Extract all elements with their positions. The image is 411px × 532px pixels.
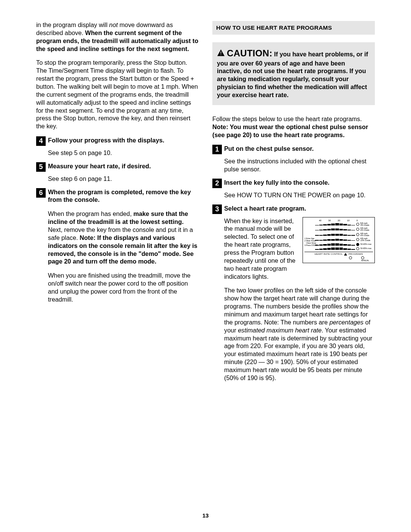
hr-step-2-marker: 2 (212, 179, 222, 188)
step-5-text: See step 6 on page 11. (48, 175, 199, 183)
step-6-marker: 6 (36, 188, 46, 198)
console-diagram: 40 30 20 10 0 5.5 mph3% Grade 4.5 mph6% … (303, 217, 375, 263)
step-4-marker: 4 (36, 136, 46, 146)
svg-rect-1 (221, 54, 221, 55)
step-4-text: See step 5 on page 10. (48, 149, 199, 157)
svg-rect-0 (221, 51, 221, 54)
left-column: in the program display will not move dow… (36, 21, 199, 391)
left-intro-1: in the program display will not move dow… (36, 21, 199, 53)
step-5: 5 Measure your heart rate, if desired. S… (36, 162, 199, 183)
step-5-marker: 5 (36, 162, 46, 172)
hr-step-1: 1 Put on the chest pulse sensor. See the… (212, 145, 375, 173)
diagram-left-notes: 1 Enter Age2 Wear Pulse Chest Strap3 Pre… (304, 237, 317, 246)
hr-step-1-text: See the instructions included with the o… (224, 157, 375, 173)
step-4: 4 Follow your progress with the displays… (36, 136, 199, 157)
section-header: HOW TO USE HEART RATE PROGRAMS (212, 21, 375, 35)
caution-box: CAUTION: If you have heart problems, or … (212, 42, 375, 105)
right-column: HOW TO USE HEART RATE PROGRAMS CAUTION: … (212, 21, 375, 391)
page-number: 13 (0, 512, 411, 519)
step-6-heading: When the program is completed, remove th… (48, 188, 199, 204)
step-6-p2: When you are finished using the treadmil… (48, 272, 199, 303)
left-intro-2: To stop the program temporarily, press t… (36, 59, 199, 130)
warning-icon (217, 48, 225, 56)
hr-step-3-marker: 3 (212, 204, 222, 214)
hr-step-3-heading: Select a heart rate program. (224, 204, 375, 212)
hr-step-2: 2 Insert the key fully into the console.… (212, 179, 375, 199)
warning-triangle-icon (344, 253, 347, 256)
hr-step-2-text: See HOW TO TURN ON THE POWER on page 10. (224, 191, 375, 199)
step-6: 6 When the program is completed, remove … (36, 188, 199, 304)
step-5-heading: Measure your heart rate, if desired. (48, 162, 199, 170)
follow-steps: Follow the steps below to use the heart … (212, 115, 375, 139)
hr-step-3-p2: The two lower profiles on the left side … (224, 286, 375, 382)
step-4-heading: Follow your progress with the displays. (48, 136, 199, 144)
page-columns: in the program display will not move dow… (36, 21, 375, 391)
hr-step-3: 3 Select a heart rate program. 40 30 20 … (212, 204, 375, 388)
hr-step-1-heading: Put on the chest pulse sensor. (224, 145, 375, 153)
hr-step-1-marker: 1 (212, 145, 222, 154)
caution-label: CAUTION: (227, 48, 272, 59)
hr-step-2-heading: Insert the key fully into the console. (224, 179, 375, 187)
step-6-p1: When the program has ended, make sure th… (48, 210, 199, 265)
